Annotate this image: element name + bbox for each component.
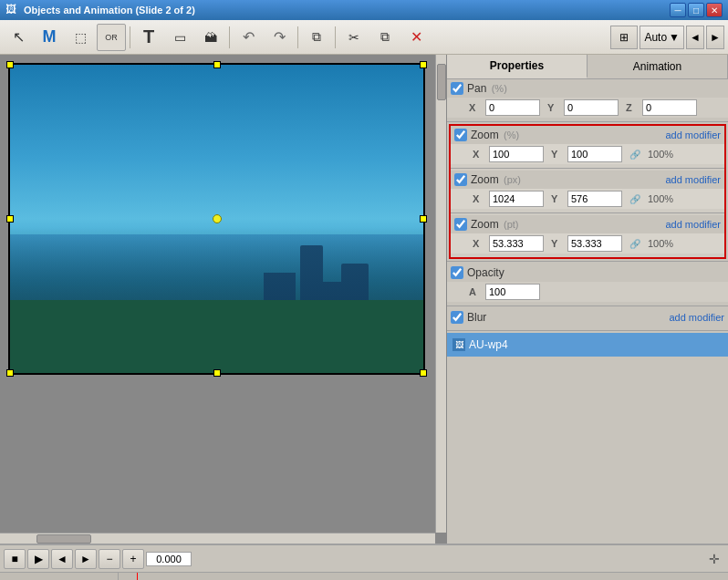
pan-x-label: X <box>469 102 478 113</box>
cut-btn[interactable]: ✂ <box>339 24 369 51</box>
zoom-pct-section: Zoom (%) add modifier X Y 🔗 100% <box>451 126 724 164</box>
pan-checkbox[interactable] <box>451 82 463 95</box>
zoom-pt-checkbox[interactable] <box>454 218 467 231</box>
opacity-a-input[interactable] <box>485 284 540 300</box>
maximize-btn[interactable]: □ <box>688 3 704 17</box>
opacity-checkbox[interactable] <box>451 266 463 279</box>
canvas-scroll-v[interactable] <box>435 55 446 533</box>
sep-1 <box>447 121 728 122</box>
pan-header: Pan (%) <box>447 79 728 98</box>
rect-tool-btn[interactable]: ▭ <box>165 24 194 51</box>
tab-properties[interactable]: Properties <box>447 55 588 78</box>
zoom-pct-link[interactable]: 🔗 <box>629 150 640 160</box>
toolbar-sep-2 <box>229 26 230 48</box>
close-btn[interactable]: ✕ <box>706 3 723 17</box>
prev-frame-btn[interactable]: ◄ <box>51 549 73 569</box>
box-select-btn[interactable]: ⬚ <box>66 24 95 51</box>
pan-values: X Y Z <box>447 98 728 118</box>
zoom-pct-add-modifier[interactable]: add modifier <box>665 129 721 140</box>
pan-x-input[interactable] <box>485 99 540 116</box>
zoom-px-checkbox[interactable] <box>454 173 467 186</box>
next-frame-btn[interactable]: ► <box>75 549 97 569</box>
zoom-pct-label: Zoom (%) <box>471 129 661 141</box>
zoom-px-link[interactable]: 🔗 <box>629 194 640 204</box>
pan-label: Pan (%) <box>467 82 724 95</box>
move-btn[interactable]: ✛ <box>704 549 724 569</box>
play-btn[interactable]: ▶ <box>27 549 49 569</box>
zoom-highlight-section: Zoom (%) add modifier X Y 🔗 100% <box>449 124 726 259</box>
center-handle[interactable] <box>213 214 222 223</box>
zoom-px-x-input[interactable] <box>489 191 544 207</box>
timeline-playhead[interactable] <box>137 573 138 580</box>
zoom-pt-val: 100% <box>648 238 673 249</box>
zoom-pct-val: 100% <box>648 149 673 160</box>
tab-animation[interactable]: Animation <box>588 55 728 78</box>
panel-scroll-area[interactable]: Pan (%) X Y Z Zoom (%) <box>447 79 728 544</box>
nav-left-btn[interactable]: ◄ <box>686 26 704 49</box>
pan-y-label: Y <box>547 102 556 113</box>
handle-tl[interactable] <box>6 61 14 68</box>
grid-view-btn[interactable]: ⊞ <box>610 26 638 49</box>
cursor-tool-btn[interactable]: ↖ <box>4 24 33 51</box>
zoom-px-values: X Y 🔗 100% <box>451 189 724 209</box>
or-tool-btn[interactable]: OR <box>97 24 126 51</box>
toolbar-sep-3 <box>297 26 298 48</box>
canvas-scroll-h[interactable] <box>0 533 435 544</box>
zoom-pct-y-label: Y <box>551 149 560 160</box>
m-tool-btn[interactable]: M <box>35 24 64 51</box>
zoom-pct-checkbox[interactable] <box>454 129 467 141</box>
zoom-pct-x-input[interactable] <box>489 146 544 162</box>
slide-canvas[interactable] <box>9 64 424 374</box>
zoom-pt-x-input[interactable] <box>489 235 544 252</box>
image-tool-btn[interactable]: 🏔 <box>196 24 225 51</box>
sep-zoom-1 <box>451 168 724 169</box>
handle-mr[interactable] <box>420 215 427 223</box>
handle-bl[interactable] <box>6 369 14 377</box>
opacity-label: Opacity <box>467 266 724 279</box>
zoom-pt-add-modifier[interactable]: add modifier <box>665 219 721 230</box>
pan-z-input[interactable] <box>642 99 697 116</box>
zoom-px-y-label: Y <box>551 193 560 204</box>
handle-ml[interactable] <box>6 215 14 223</box>
zoom-pct-y-input[interactable] <box>567 146 622 162</box>
zoom-px-section: Zoom (px) add modifier X Y 🔗 100% <box>451 171 724 209</box>
pan-section: Pan (%) X Y Z <box>447 79 728 118</box>
sep-4 <box>447 330 728 331</box>
stop-btn[interactable]: ■ <box>4 549 26 569</box>
copy-frame-btn[interactable]: ⧉ <box>302 24 331 51</box>
text-tool-btn[interactable]: T <box>134 24 163 51</box>
handle-tc[interactable] <box>213 61 221 68</box>
plus-btn[interactable]: + <box>122 549 144 569</box>
nav-right-btn[interactable]: ► <box>706 26 724 49</box>
zoom-px-add-modifier[interactable]: add modifier <box>665 174 721 185</box>
handle-bc[interactable] <box>213 369 221 377</box>
opacity-header: Opacity <box>447 264 728 282</box>
layer-item[interactable]: 🖼 AU-wp4 <box>447 333 728 357</box>
blur-checkbox[interactable] <box>451 311 463 324</box>
handle-tr[interactable] <box>420 61 427 68</box>
title-bar: 🖼 Objects and Animation (Slide 2 of 2) ─… <box>0 0 728 20</box>
delete-btn[interactable]: ✕ <box>401 24 431 51</box>
minus-btn[interactable]: − <box>99 549 120 569</box>
zoom-pct-values: X Y 🔗 100% <box>451 144 724 164</box>
pan-z-label: Z <box>626 102 635 113</box>
opacity-section: Opacity A <box>447 264 728 302</box>
pan-y-input[interactable] <box>564 99 619 116</box>
handle-br[interactable] <box>420 369 427 377</box>
zoom-px-val: 100% <box>648 193 673 204</box>
zoom-px-y-input[interactable] <box>567 191 622 207</box>
zoom-pt-link[interactable]: 🔗 <box>629 239 640 249</box>
redo-btn[interactable]: ↷ <box>265 24 294 51</box>
copy-btn[interactable]: ⧉ <box>370 24 400 51</box>
zoom-px-label: Zoom (px) <box>471 173 661 186</box>
sep-zoom-2 <box>451 212 724 213</box>
blur-section: Blur add modifier <box>447 308 728 326</box>
main-toolbar: ↖ M ⬚ OR T ▭ 🏔 ↶ ↷ ⧉ ✂ ⧉ ✕ ⊞ Auto ▼ ◄ ► <box>0 20 728 55</box>
zoom-pt-y-input[interactable] <box>567 235 622 252</box>
minimize-btn[interactable]: ─ <box>670 3 686 17</box>
layer-label: AU-wp4 <box>469 338 508 351</box>
blur-add-modifier[interactable]: add modifier <box>669 312 724 323</box>
auto-dropdown[interactable]: Auto ▼ <box>640 26 684 49</box>
undo-btn[interactable]: ↶ <box>234 24 263 51</box>
opacity-a-label: A <box>469 286 478 297</box>
